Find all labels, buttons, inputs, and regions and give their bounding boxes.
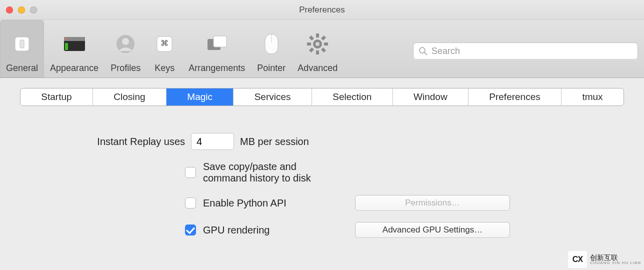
tab-label: Magic — [187, 92, 212, 102]
window-title: Preferences — [0, 5, 644, 15]
tab-label: Services — [254, 92, 291, 102]
toolbar-item-profiles[interactable]: Profiles — [104, 20, 146, 78]
svg-text:⌘: ⌘ — [160, 39, 168, 48]
tab-selection[interactable]: Selection — [312, 88, 393, 106]
keys-icon: ⌘ — [152, 32, 176, 56]
instant-replay-input[interactable] — [191, 133, 234, 150]
svg-line-25 — [424, 52, 427, 55]
svg-point-24 — [420, 48, 425, 53]
svg-point-23 — [316, 42, 320, 46]
tab-label: tmux — [582, 92, 602, 102]
watermark-text: 创新互联 CHUANG XIN HU LIAN — [590, 254, 641, 265]
search-input[interactable] — [432, 46, 632, 56]
tab-tmux[interactable]: tmux — [562, 88, 624, 106]
close-icon[interactable] — [6, 6, 13, 14]
tab-label: Closing — [114, 92, 145, 102]
toolbar-label: Pointer — [257, 63, 286, 74]
tab-closing[interactable]: Closing — [93, 88, 166, 106]
enable-python-api-label: Enable Python API — [203, 198, 286, 209]
window-titlebar: Preferences — [0, 0, 644, 20]
maximize-icon — [30, 6, 37, 14]
save-history-checkbox[interactable] — [185, 167, 196, 178]
svg-rect-15 — [316, 34, 319, 38]
svg-rect-17 — [307, 42, 311, 46]
general-icon — [10, 32, 34, 56]
toolbar-label: Appearance — [50, 63, 98, 74]
minimize-icon[interactable] — [18, 6, 25, 14]
svg-point-7 — [122, 38, 129, 45]
toolbar-label: Profiles — [110, 63, 140, 74]
profiles-icon — [114, 32, 138, 56]
tab-preferences[interactable]: Preferences — [468, 88, 562, 106]
tab-label: Preferences — [489, 92, 540, 102]
svg-rect-21 — [309, 36, 314, 40]
instant-replay-label: Instant Replay uses — [97, 136, 185, 147]
general-panel: Startup Closing Magic Services Selection… — [0, 78, 644, 270]
toolbar-label: Keys — [154, 63, 174, 74]
tab-label: Startup — [41, 92, 72, 102]
search-icon — [418, 46, 428, 56]
svg-rect-16 — [316, 50, 319, 54]
toolbar-item-appearance[interactable]: Appearance — [44, 20, 104, 78]
toolbar-item-pointer[interactable]: Pointer — [251, 20, 292, 78]
tab-services[interactable]: Services — [234, 88, 312, 106]
window-controls — [6, 6, 37, 14]
svg-rect-4 — [65, 43, 68, 50]
appearance-icon — [62, 32, 86, 56]
svg-rect-3 — [64, 37, 85, 41]
permissions-button[interactable]: Permissions… — [355, 195, 510, 211]
watermark: CX 创新互联 CHUANG XIN HU LIAN — [568, 251, 641, 268]
svg-rect-19 — [321, 36, 326, 40]
svg-rect-20 — [309, 48, 314, 52]
advanced-gpu-settings-button[interactable]: Advanced GPU Settings… — [355, 222, 510, 238]
tab-startup[interactable]: Startup — [20, 88, 93, 106]
enable-python-api-checkbox[interactable] — [185, 198, 196, 208]
tab-label: Selection — [332, 92, 372, 102]
gpu-rendering-checkbox[interactable] — [185, 224, 196, 236]
toolbar-label: Advanced — [298, 63, 338, 74]
toolbar-item-advanced[interactable]: Advanced — [292, 20, 344, 78]
toolbar-item-arrangements[interactable]: Arrangements — [182, 20, 251, 78]
tab-magic[interactable]: Magic — [166, 88, 234, 106]
svg-rect-1 — [20, 40, 24, 48]
svg-rect-5 — [65, 38, 66, 40]
arrangements-icon — [205, 32, 229, 56]
watermark-logo: CX — [568, 251, 587, 268]
tab-label: Window — [414, 92, 448, 102]
save-history-label: Save copy/paste and command history to d… — [203, 161, 335, 184]
toolbar-label: General — [6, 63, 38, 74]
gpu-rendering-label: GPU rendering — [203, 224, 270, 236]
svg-rect-11 — [214, 36, 226, 47]
preferences-toolbar: General Appearance Profiles ⌘ Keys Arran… — [0, 20, 644, 78]
toolbar-search[interactable] — [413, 42, 638, 60]
toolbar-label: Arrangements — [188, 63, 245, 74]
pointer-icon — [260, 32, 284, 56]
magic-panel: Instant Replay uses MB per session Save … — [20, 106, 624, 260]
svg-rect-18 — [324, 42, 328, 46]
toolbar-item-keys[interactable]: ⌘ Keys — [146, 20, 182, 78]
gear-icon — [306, 32, 330, 56]
toolbar-item-general[interactable]: General — [0, 20, 44, 78]
svg-rect-22 — [321, 48, 326, 52]
tab-window[interactable]: Window — [393, 88, 468, 106]
subtab-bar: Startup Closing Magic Services Selection… — [20, 88, 624, 106]
instant-replay-suffix: MB per session — [240, 136, 309, 148]
